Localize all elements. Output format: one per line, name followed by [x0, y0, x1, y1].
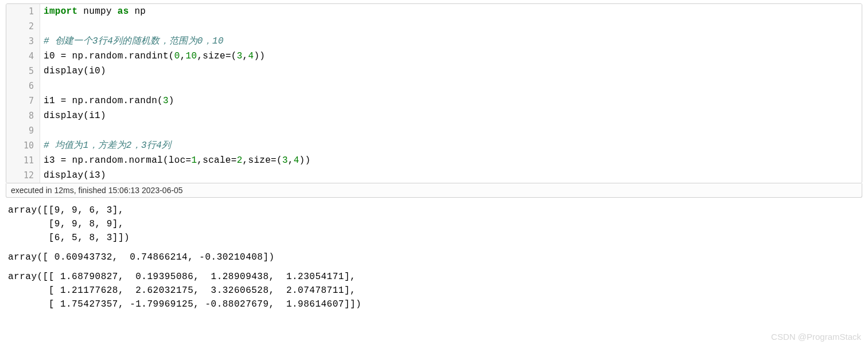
line-number: 4 — [6, 49, 40, 64]
code-row[interactable]: 1import numpy as np — [6, 4, 862, 19]
code-cell[interactable]: 1import numpy as np2 3# 创建一个3行4列的随机数，范围为… — [6, 3, 862, 183]
line-number: 2 — [6, 19, 40, 34]
code-line[interactable]: # 均值为1，方差为2，3行4列 — [40, 138, 862, 153]
code-line[interactable]: i3 = np.random.normal(loc=1,scale=2,size… — [40, 153, 862, 168]
code-line[interactable]: display(i0) — [40, 64, 862, 79]
code-row[interactable]: 11i3 = np.random.normal(loc=1,scale=2,si… — [6, 153, 862, 168]
execution-status: executed in 12ms, finished 15:06:13 2023… — [6, 183, 862, 198]
code-row[interactable]: 4i0 = np.random.randint(0,10,size=(3,4)) — [6, 49, 862, 64]
code-row[interactable]: 6 — [6, 79, 862, 93]
code-row[interactable]: 2 — [6, 19, 862, 34]
code-line[interactable]: display(i1) — [40, 108, 862, 123]
code-row[interactable]: 9 — [6, 123, 862, 138]
line-number: 1 — [6, 4, 40, 19]
line-number: 12 — [6, 168, 40, 183]
code-line[interactable]: # 创建一个3行4列的随机数，范围为0，10 — [40, 34, 862, 49]
code-line[interactable]: i0 = np.random.randint(0,10,size=(3,4)) — [40, 49, 862, 64]
code-row[interactable]: 10# 均值为1，方差为2，3行4列 — [6, 138, 862, 153]
line-number: 5 — [6, 64, 40, 79]
code-line[interactable] — [40, 79, 862, 93]
code-line[interactable]: display(i3) — [40, 168, 862, 183]
code-row[interactable]: 5display(i0) — [6, 64, 862, 79]
code-row[interactable]: 7i1 = np.random.randn(3) — [6, 93, 862, 108]
code-row[interactable]: 12display(i3) — [6, 168, 862, 183]
code-row[interactable]: 8display(i1) — [6, 108, 862, 123]
code-line[interactable] — [40, 123, 862, 138]
line-number: 8 — [6, 108, 40, 123]
code-row[interactable]: 3# 创建一个3行4列的随机数，范围为0，10 — [6, 34, 862, 49]
code-line[interactable]: i1 = np.random.randn(3) — [40, 93, 862, 108]
code-line[interactable] — [40, 19, 862, 34]
output-block-2: array([ 0.60943732, 0.74866214, -0.30210… — [8, 250, 860, 264]
line-number: 6 — [6, 79, 40, 93]
line-number: 9 — [6, 123, 40, 138]
output-block-3: array([[ 1.68790827, 0.19395086, 1.28909… — [8, 270, 860, 311]
output-block-1: array([[9, 9, 6, 3], [9, 9, 8, 9], [6, 5… — [8, 203, 860, 245]
line-number: 10 — [6, 138, 40, 153]
line-number: 3 — [6, 34, 40, 49]
code-line[interactable]: import numpy as np — [40, 4, 862, 19]
line-number: 11 — [6, 153, 40, 168]
line-number: 7 — [6, 93, 40, 108]
